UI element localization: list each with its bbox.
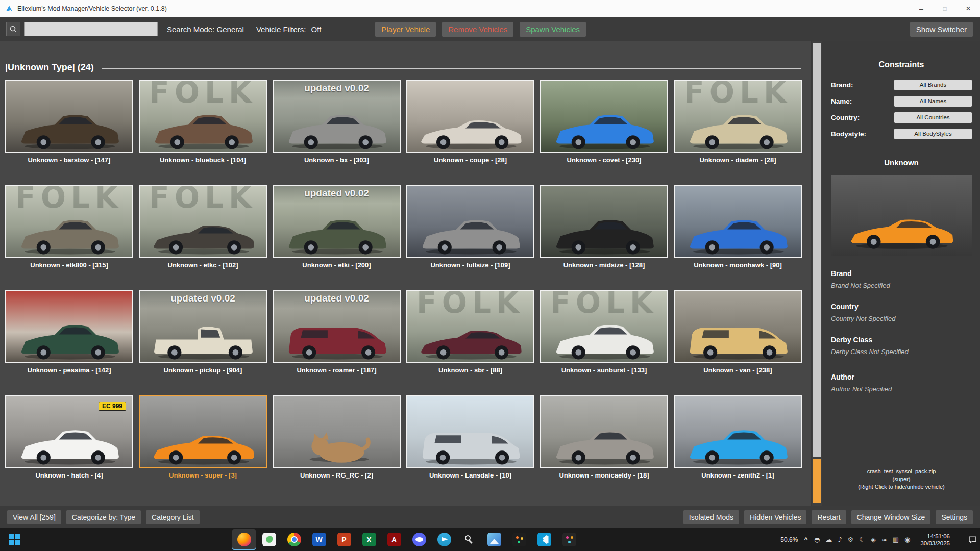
vehicle-thumbnail[interactable] [406, 80, 534, 153]
vehicle-thumbnail[interactable] [540, 395, 668, 468]
vehicle-thumbnail[interactable] [674, 395, 802, 468]
vehicle-card[interactable]: Unknown - midsize - [128] [540, 185, 668, 269]
vehicle-card[interactable]: Unknown - coupe - [28] [406, 80, 534, 164]
tray-media-icon[interactable]: ♪ [838, 536, 842, 543]
vehicle-card[interactable]: updated v0.02Unknown - bx - [303] [273, 80, 401, 164]
vehicle-card[interactable]: Unknown - fullsize - [109] [406, 185, 534, 269]
vehicle-thumbnail[interactable] [5, 290, 133, 363]
photos-icon[interactable] [482, 529, 506, 550]
tray-nightlight-icon[interactable]: ☾ [859, 536, 865, 543]
country-filter-button[interactable]: All Countries [894, 112, 972, 123]
search-app-icon[interactable] [457, 529, 481, 550]
vehicle-thumbnail[interactable]: updated v0.02 [273, 290, 401, 363]
show-switcher-button[interactable]: Show Switcher [910, 22, 973, 37]
vehicle-card[interactable]: Unknown - RG_RC - [2] [273, 395, 401, 479]
spawn-vehicles-button[interactable]: Spawn Vehicles [520, 22, 586, 37]
tray-expand-icon[interactable]: ^ [804, 536, 808, 543]
vehicle-thumbnail[interactable]: FOLK [139, 80, 267, 153]
scrollbar-thumb[interactable] [813, 43, 821, 457]
acrobat-icon[interactable]: A [382, 529, 406, 550]
vehicle-card[interactable]: Unknown - zenith2 - [1] [674, 395, 802, 479]
vehicle-thumbnail[interactable]: FOLK [406, 290, 534, 363]
vehicle-thumbnail[interactable] [674, 290, 802, 363]
tray-battery-icon[interactable]: ▥ [893, 536, 899, 543]
vehicle-card[interactable]: updated v0.02Unknown - roamer - [187] [273, 290, 401, 374]
categorize-by-button[interactable]: Categorize by: Type [66, 510, 141, 524]
isolated-mods-button[interactable]: Isolated Mods [683, 510, 739, 524]
maximize-button[interactable]: □ [933, 0, 957, 17]
vehicle-card[interactable]: Unknown - moonhawk - [90] [674, 185, 802, 269]
settings-button[interactable]: Settings [936, 510, 973, 524]
hidden-vehicles-button[interactable]: Hidden Vehicles [744, 510, 806, 524]
powerpoint-icon[interactable]: P [332, 529, 356, 550]
notifications-icon[interactable] [968, 535, 977, 544]
tray-gpu-icon[interactable]: ◈ [871, 536, 876, 543]
vehicle-card[interactable]: FOLKUnknown - diadem - [28] [674, 80, 802, 164]
tray-shield-icon[interactable]: ◓ [814, 536, 820, 543]
tray-volume-icon[interactable]: ◉ [904, 536, 910, 543]
vehicle-thumbnail[interactable] [273, 395, 401, 468]
taskbar-clock[interactable]: 14:51:06 30/03/2025 [920, 533, 950, 547]
word-icon[interactable]: W [307, 529, 331, 550]
telegram-icon[interactable] [432, 529, 456, 550]
close-button[interactable]: × [957, 0, 980, 17]
vehicle-thumbnail[interactable] [139, 395, 267, 468]
vehicle-card[interactable]: updated v0.02Unknown - etki - [200] [273, 185, 401, 269]
vehicle-thumbnail[interactable] [540, 80, 668, 153]
excel-icon[interactable]: X [357, 529, 381, 550]
chrome-icon[interactable] [282, 529, 306, 550]
vehicle-card[interactable]: FOLKUnknown - sunburst - [133] [540, 290, 668, 374]
remove-vehicles-button[interactable]: Remove Vehicles [442, 22, 513, 37]
vscode-icon[interactable] [532, 529, 556, 550]
vehicle-filters-toggle[interactable]: Vehicle Filters:Off [256, 25, 321, 34]
tray-wifi-icon[interactable]: ≈ [881, 536, 887, 543]
vehicle-thumbnail[interactable]: FOLK [674, 80, 802, 153]
pycharm-icon[interactable] [507, 529, 531, 550]
brand-filter-button[interactable]: All Brands [894, 80, 972, 90]
vehicle-card[interactable]: Unknown - barstow - [147] [5, 80, 133, 164]
vehicle-card[interactable]: Unknown - pessima - [142] [5, 290, 133, 374]
vehicle-thumbnail[interactable] [5, 80, 133, 153]
minimize-button[interactable]: – [910, 0, 933, 17]
vehicle-card[interactable]: FOLKUnknown - sbr - [88] [406, 290, 534, 374]
vehicle-card[interactable]: Unknown - monicaeldy - [18] [540, 395, 668, 479]
vehicle-thumbnail[interactable]: updated v0.02 [139, 290, 267, 363]
player-vehicle-button[interactable]: Player Vehicle [375, 22, 436, 37]
tray-settings-icon[interactable]: ⚙ [848, 536, 854, 543]
vehicle-card[interactable]: Unknown - super - [3] [139, 395, 267, 479]
vehicle-card[interactable]: Unknown - Lansdale - [10] [406, 395, 534, 479]
discord-icon[interactable] [407, 529, 431, 550]
vehicle-thumbnail[interactable]: FOLK [5, 185, 133, 258]
vehicle-card[interactable]: FOLKUnknown - etk800 - [315] [5, 185, 133, 269]
tray-cloud-icon[interactable]: ☁ [825, 536, 832, 543]
notes-app-icon[interactable] [257, 529, 281, 550]
vehicle-card[interactable]: Unknown - van - [238] [674, 290, 802, 374]
content-scrollbar[interactable] [812, 41, 822, 506]
vehicle-card[interactable]: FOLKUnknown - etkc - [102] [139, 185, 267, 269]
vehicle-thumbnail[interactable] [406, 185, 534, 258]
vehicle-card[interactable]: EC 999Unknown - hatch - [4] [5, 395, 133, 479]
vehicle-thumbnail[interactable]: updated v0.02 [273, 80, 401, 153]
vehicle-thumbnail[interactable] [540, 185, 668, 258]
search-input[interactable] [24, 22, 158, 36]
start-button[interactable] [3, 529, 26, 550]
name-filter-button[interactable]: All Names [894, 96, 972, 107]
category-list-button[interactable]: Category List [146, 510, 199, 524]
change-window-size-button[interactable]: Change Window Size [851, 510, 931, 524]
vehicle-card[interactable]: FOLKUnknown - bluebuck - [104] [139, 80, 267, 164]
vehicle-thumbnail[interactable]: FOLK [540, 290, 668, 363]
vehicle-thumbnail[interactable] [674, 185, 802, 258]
firefox-icon[interactable] [232, 529, 256, 550]
media-app-icon[interactable] [557, 529, 581, 550]
selected-vehicle-preview[interactable] [831, 175, 972, 256]
search-icon[interactable] [6, 22, 20, 36]
vehicle-card[interactable]: updated v0.02Unknown - pickup - [904] [139, 290, 267, 374]
vehicle-thumbnail[interactable]: updated v0.02 [273, 185, 401, 258]
vehicle-card[interactable]: Unknown - covet - [230] [540, 80, 668, 164]
vehicle-thumbnail[interactable] [406, 395, 534, 468]
search-mode-toggle[interactable]: Search Mode: General [167, 25, 244, 34]
bodystyle-filter-button[interactable]: All BodyStyles [894, 129, 972, 139]
vehicle-thumbnail[interactable]: EC 999 [5, 395, 133, 468]
restart-button[interactable]: Restart [812, 510, 846, 524]
vehicle-thumbnail[interactable]: FOLK [139, 185, 267, 258]
